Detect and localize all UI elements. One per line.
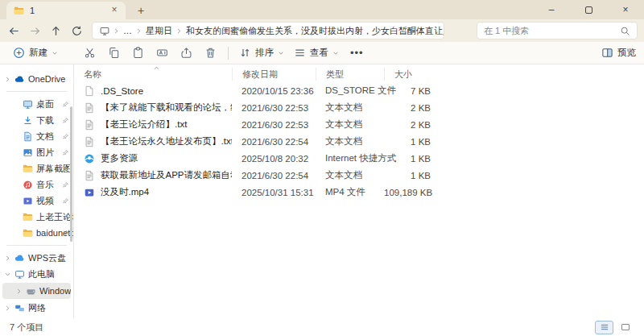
file-name: 获取最新地址及APP请发邮箱自动获取.txt (101, 169, 232, 181)
view-label: 查看 (310, 47, 328, 59)
breadcrumb-ellipsis[interactable]: … (121, 26, 134, 35)
breadcrumb[interactable]: … 星期日 和女友的闺蜜偷偷发生关系，没及时拔出内射，少女白皙酮体直让人流口水 … (92, 22, 444, 39)
sidebar-item-videos[interactable]: 视频 (0, 193, 73, 209)
sidebar-item-label: Windows-SSD (39, 286, 71, 296)
thumbnail-view-button[interactable] (616, 321, 634, 334)
list-view-icon (600, 322, 609, 332)
more-options-button[interactable]: ••• (344, 47, 370, 59)
maximize-button[interactable] (570, 0, 607, 19)
delete-button[interactable] (198, 44, 222, 63)
column-header-date[interactable]: 修改日期 (232, 68, 316, 81)
pin-icon (62, 117, 69, 124)
preview-panel-icon (601, 47, 613, 59)
sidebar-item-desktop[interactable]: 桌面 (0, 96, 73, 112)
refresh-button[interactable] (66, 21, 87, 40)
file-icon (84, 85, 95, 97)
sidebar-item-downloads[interactable]: 下载 (0, 112, 73, 128)
new-tab-button[interactable]: + (132, 3, 150, 19)
item-count: 7 个项目 (10, 321, 43, 334)
up-button[interactable] (45, 21, 66, 40)
chevron-right-icon (4, 305, 11, 312)
back-button[interactable] (3, 21, 24, 40)
new-button[interactable]: 新建 (8, 44, 63, 63)
sidebar-item-music[interactable]: 音乐 (0, 176, 73, 193)
sidebar-item-onedrive[interactable]: OneDrive (0, 71, 73, 87)
breadcrumb-segment[interactable]: 和女友的闺蜜偷偷发生关系，没及时拔出内射，少女白皙酮体直让人流口水 (184, 25, 444, 37)
explorer-tab[interactable]: 1 × (6, 2, 126, 19)
paste-icon (132, 47, 144, 59)
copy-icon (108, 47, 120, 59)
chevron-down-icon (332, 50, 339, 56)
rename-button[interactable] (150, 44, 174, 63)
desktop-icon (23, 99, 33, 110)
up-icon (50, 25, 62, 37)
preview-toggle[interactable]: 预览 (601, 47, 636, 59)
chevron-right-icon (4, 76, 11, 83)
column-header-size[interactable]: 大小 (384, 68, 440, 81)
sidebar-item-this-pc[interactable]: 此电脑 (0, 266, 73, 282)
view-button[interactable]: 查看 (289, 44, 344, 63)
close-button[interactable]: × (607, 0, 644, 19)
file-size: 1 KB (384, 137, 440, 147)
sidebar-item-baidunetdisk[interactable]: baidunetdisk (0, 225, 73, 241)
status-bar: 7 个项目 (0, 318, 644, 336)
tab-close-button[interactable]: × (108, 4, 121, 17)
file-row[interactable]: 【老王论坛永久地址发布页】.txt 2021/6/30 22:54 文本文档 1… (74, 133, 644, 150)
text-file-icon (84, 119, 95, 131)
paste-button[interactable] (126, 44, 150, 63)
file-row[interactable]: 更多资源 2025/10/8 20:32 Internet 快捷方式 1 KB (74, 150, 644, 167)
music-icon (23, 180, 33, 190)
window-controls: – × (533, 0, 644, 19)
toolbar: 新建 排序 查看 ••• 预览 (0, 42, 644, 64)
search-icon (620, 26, 630, 36)
file-size: 2 KB (384, 120, 440, 130)
sidebar-scrollbar[interactable] (70, 106, 72, 242)
sidebar-item-windows-ssd[interactable]: Windows-SSD (2, 283, 71, 299)
file-row[interactable]: 没及时.mp4 2025/10/31 15:31 MP4 文件 109,189 … (74, 184, 644, 201)
network-icon (14, 303, 25, 313)
share-icon (180, 47, 192, 59)
file-row[interactable]: 【来了就能下载和观看的论坛，纯免费！】.txt 2021/6/30 22:53 … (74, 99, 644, 116)
sort-ascending-icon (153, 64, 160, 72)
file-type: MP4 文件 (316, 186, 384, 198)
file-row[interactable]: .DS_Store 2020/10/15 23:36 DS_STORE 文件 7… (74, 82, 644, 99)
file-type: DS_STORE 文件 (316, 85, 384, 97)
search-input[interactable] (484, 26, 620, 35)
file-date: 2021/6/30 22:53 (232, 103, 316, 113)
sidebar-item-wps-cloud[interactable]: WPS云盘 (0, 250, 73, 266)
onedrive-cloud-icon (14, 74, 25, 85)
column-header-name[interactable]: 名称 (74, 68, 232, 81)
refresh-icon (71, 25, 83, 37)
main-area: OneDrive 桌面 下载 文档 图片 (0, 64, 644, 318)
sort-button[interactable]: 排序 (234, 44, 289, 63)
navigation-bar: … 星期日 和女友的闺蜜偷偷发生关系，没及时拔出内射，少女白皙酮体直让人流口水 … (0, 19, 644, 42)
file-type: 文本文档 (316, 169, 384, 181)
downloads-icon (23, 115, 33, 126)
share-button[interactable] (174, 44, 198, 63)
sidebar-item-label: 此电脑 (28, 268, 55, 280)
minimize-button[interactable]: – (533, 0, 570, 19)
new-label: 新建 (29, 47, 47, 59)
sidebar-item-network[interactable]: 网络 (0, 300, 73, 316)
sidebar-item-label: 网络 (28, 302, 46, 314)
file-row[interactable]: 获取最新地址及APP请发邮箱自动获取.txt 2021/6/30 22:54 文… (74, 167, 644, 184)
sort-label: 排序 (255, 47, 274, 59)
sidebar-item-documents[interactable]: 文档 (0, 128, 73, 144)
details-view-button[interactable] (595, 321, 613, 334)
folder-icon (23, 212, 33, 222)
column-header-type[interactable]: 类型 (316, 68, 384, 81)
sidebar-item-screenshots[interactable]: 屏幕截图 (0, 160, 73, 176)
file-row[interactable]: 【老王论坛介绍】.txt 2021/6/30 22:53 文本文档 2 KB (74, 116, 644, 133)
sidebar-item-pictures[interactable]: 图片 (0, 144, 73, 160)
cut-button[interactable] (77, 44, 101, 63)
sidebar-item-label: OneDrive (28, 74, 65, 84)
forward-button[interactable] (24, 21, 45, 40)
file-type: 文本文档 (316, 135, 384, 147)
sidebar-item-laowang-folder[interactable]: 上老王论坛当 (0, 209, 73, 225)
sidebar-item-label: 下载 (36, 114, 54, 127)
breadcrumb-segment[interactable]: 星期日 (143, 25, 175, 37)
text-file-icon (84, 102, 95, 114)
copy-button[interactable] (101, 44, 126, 63)
chevron-down-icon (4, 271, 11, 278)
file-explorer-window: 1 × + – × … 星期日 和女友的闺蜜偷偷发生关系，没及时拔出内射，少女白… (0, 0, 644, 336)
